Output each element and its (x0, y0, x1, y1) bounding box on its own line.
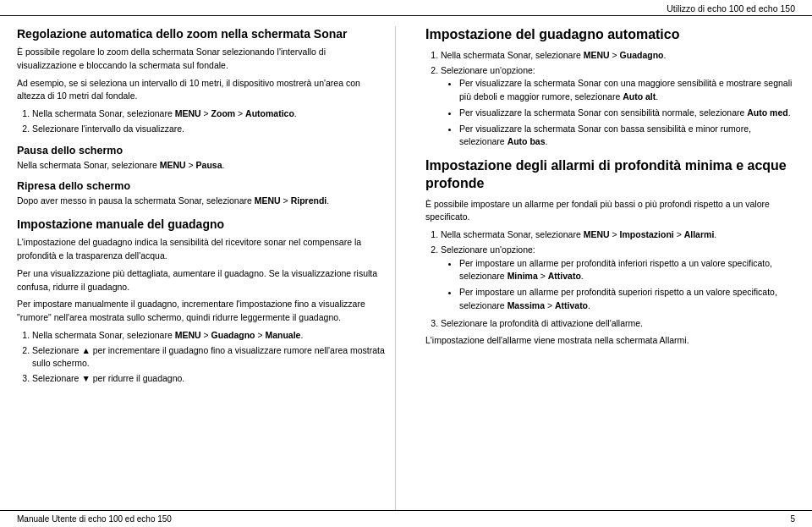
content-area: Regolazione automatica dello zoom nella … (0, 16, 812, 510)
section-pausa-title: Pausa dello schermo (17, 145, 387, 156)
page-header: Utilizzo di echo 100 ed echo 150 (0, 0, 812, 16)
section-zoom-steps: Nella schermata Sonar, selezionare MENU … (32, 107, 387, 136)
section-ripresa-body: Dopo aver messo in pausa la schermata So… (17, 195, 387, 208)
page-footer: Manuale Utente di echo 100 ed echo 150 5 (0, 510, 812, 527)
section-ripresa-title: Ripresa dello schermo (17, 180, 387, 192)
footer-right: 5 (790, 514, 795, 524)
allarmi-body-end: L'impostazione dell'allarme viene mostra… (425, 334, 795, 348)
section-zoom-body1: È possibile regolare lo zoom della scher… (17, 46, 387, 73)
section-pausa-body: Nella schermata Sonar, selezionare MENU … (17, 159, 387, 173)
section-guadagno-manuale: Impostazione manuale del guadagno L'impo… (17, 217, 387, 386)
allarmi-step1: Nella schermata Sonar, selezionare MENU … (441, 228, 795, 242)
guadagno-body3: Per impostare manualmente il guadagno, i… (17, 298, 387, 325)
footer-left: Manuale Utente di echo 100 ed echo 150 (17, 514, 172, 524)
section-zoom: Regolazione automatica dello zoom nella … (17, 26, 387, 136)
guadagno-auto-step1: Nella schermata Sonar, selezionare MENU … (441, 49, 795, 63)
allarmi-options: Per impostare un allarme per profondità … (459, 257, 795, 313)
allarmi-body: È possibile impostare un allarme per fon… (425, 198, 795, 225)
allarmi-option2: Per impostare un allarme per profondità … (459, 286, 795, 313)
guadagno-auto-options: Per visualizzare la schermata Sonar con … (459, 77, 795, 149)
allarmi-step2: Selezionare un'opzione: Per impostare un… (441, 244, 795, 313)
section-ripresa: Ripresa dello schermo Dopo aver messo in… (17, 180, 387, 208)
guadagno-auto-step2: Selezionare un'opzione: Per visualizzare… (441, 64, 795, 150)
auto-option3: Per visualizzare la schermata Sonar con … (459, 123, 795, 150)
section-zoom-body2: Ad esempio, se si seleziona un intervall… (17, 77, 387, 104)
section-allarmi: Impostazione degli allarmi di profondità… (425, 157, 795, 348)
guadagno-auto-steps: Nella schermata Sonar, selezionare MENU … (441, 49, 795, 149)
auto-option1: Per visualizzare la schermata Sonar con … (459, 77, 795, 104)
guadagno-body2: Per una visualizzazione più dettagliata,… (17, 267, 387, 294)
section-guadagno-auto: Impostazione del guadagno automatico Nel… (425, 26, 795, 149)
guadagno-steps: Nella schermata Sonar, selezionare MENU … (32, 329, 387, 386)
header-title: Utilizzo di echo 100 ed echo 150 (667, 3, 795, 14)
guadagno-body1: L'impostazione del guadagno indica la se… (17, 236, 387, 263)
guadagno-step1: Nella schermata Sonar, selezionare MENU … (32, 329, 387, 343)
section-guadagno-manuale-title: Impostazione manuale del guadagno (17, 217, 387, 232)
auto-option2: Per visualizzare la schermata Sonar con … (459, 107, 795, 120)
allarmi-option1: Per impostare un allarme per profondità … (459, 257, 795, 284)
zoom-step1: Nella schermata Sonar, selezionare MENU … (32, 107, 387, 121)
section-allarmi-title: Impostazione degli allarmi di profondità… (425, 157, 795, 193)
zoom-step2: Selezionare l'intervallo da visualizzare… (32, 123, 387, 136)
guadagno-step3: Selezionare ▼ per ridurre il guadagno. (32, 372, 387, 386)
allarmi-step3: Selezionare la profondità di attivazione… (441, 317, 795, 331)
section-zoom-title: Regolazione automatica dello zoom nella … (17, 26, 387, 41)
right-column: Impostazione del guadagno automatico Nel… (421, 26, 795, 510)
section-guadagno-auto-title: Impostazione del guadagno automatico (425, 26, 795, 44)
guadagno-step2: Selezionare ▲ per incrementare il guadag… (32, 344, 387, 371)
allarmi-steps: Nella schermata Sonar, selezionare MENU … (441, 228, 795, 330)
section-pausa: Pausa dello schermo Nella schermata Sona… (17, 145, 387, 173)
left-column: Regolazione automatica dello zoom nella … (17, 26, 396, 510)
